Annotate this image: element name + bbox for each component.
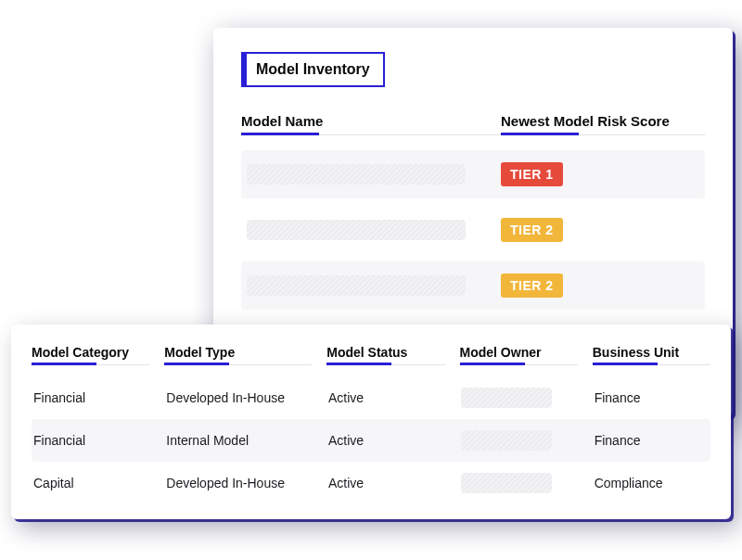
column-header-model-name: Model Name bbox=[241, 113, 501, 135]
cell-status: Active bbox=[326, 433, 444, 448]
cell-status: Active bbox=[326, 390, 444, 405]
card-title: Model Inventory bbox=[256, 61, 370, 77]
table-row: TIER 2 bbox=[241, 206, 705, 254]
risk-table-header: Model Name Newest Model Risk Score bbox=[241, 113, 705, 135]
column-header-status: Model Status bbox=[326, 345, 444, 365]
details-table-header: Model Category Model Type Model Status M… bbox=[32, 345, 710, 365]
cell-owner bbox=[459, 388, 577, 408]
card-title-box: Model Inventory bbox=[241, 52, 385, 87]
cell-category: Capital bbox=[32, 476, 149, 490]
cell-owner bbox=[459, 430, 577, 451]
table-row: Capital Developed In-House Active Compli… bbox=[32, 462, 710, 504]
placeholder-cell bbox=[461, 430, 552, 451]
placeholder-cell bbox=[247, 275, 466, 296]
table-row: Financial Developed In-House Active Fina… bbox=[32, 376, 710, 419]
tier-badge: TIER 2 bbox=[501, 274, 563, 298]
tier-badge: TIER 2 bbox=[501, 218, 563, 242]
table-row: Financial Internal Model Active Finance bbox=[32, 419, 710, 462]
cell-type: Developed In-House bbox=[164, 476, 312, 490]
placeholder-cell bbox=[247, 220, 466, 240]
cell-category: Financial bbox=[32, 433, 149, 448]
cell-type: Developed In-House bbox=[164, 390, 312, 405]
column-header-owner: Model Owner bbox=[460, 345, 578, 365]
cell-unit: Compliance bbox=[593, 476, 710, 490]
cell-type: Internal Model bbox=[164, 433, 312, 448]
cell-unit: Finance bbox=[593, 433, 710, 448]
model-details-card: Model Category Model Type Model Status M… bbox=[11, 325, 731, 519]
tier-badge: TIER 1 bbox=[501, 162, 563, 186]
table-row: TIER 1 bbox=[241, 150, 705, 198]
column-header-unit: Business Unit bbox=[593, 345, 710, 365]
table-row: TIER 2 bbox=[241, 261, 705, 310]
placeholder-cell bbox=[461, 388, 552, 408]
cell-unit: Finance bbox=[593, 390, 710, 405]
cell-status: Active bbox=[326, 476, 444, 490]
cell-owner bbox=[459, 473, 577, 493]
column-header-type: Model Type bbox=[164, 345, 312, 365]
placeholder-cell bbox=[461, 473, 552, 493]
column-header-category: Model Category bbox=[32, 345, 149, 365]
cell-category: Financial bbox=[32, 390, 149, 405]
column-header-risk-score: Newest Model Risk Score bbox=[501, 113, 705, 135]
risk-table-body: TIER 1 TIER 2 TIER 2 bbox=[241, 150, 705, 310]
placeholder-cell bbox=[247, 164, 466, 185]
